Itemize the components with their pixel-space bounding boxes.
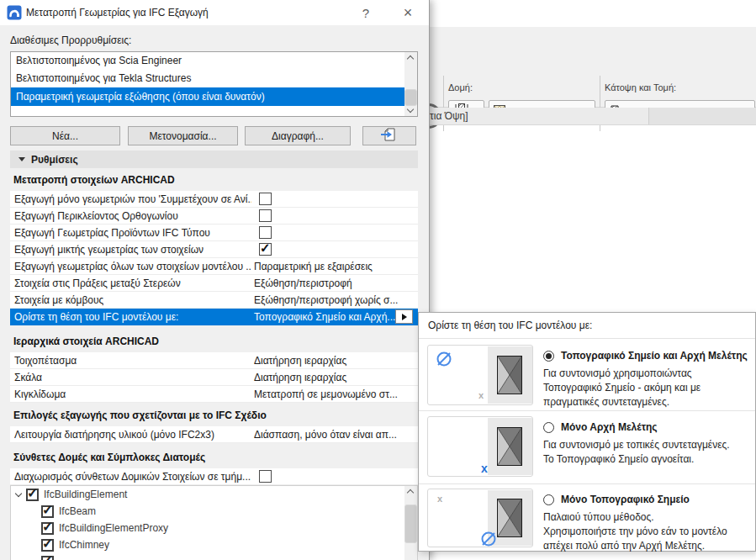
checkbox[interactable] [259, 470, 272, 483]
tree-label: IfcChimney [59, 539, 109, 551]
setting-label: Σκάλα [14, 372, 42, 383]
scrollbar-down-icon[interactable] [407, 106, 414, 113]
setting-row[interactable]: Τοιχοπέτασμα Διατήρηση ιεραρχίας [10, 352, 418, 369]
section-header-hierarchical: Ιεραρχικά στοιχεία ARCHICAD [13, 335, 159, 347]
tree-checkbox[interactable] [26, 489, 39, 501]
composite-rows: Διαχωρισμός σύνθετων Δομικών Στοιχείων σ… [10, 468, 418, 485]
setting-label: Εξαγωγή Περικλείοντος Ορθογωνίου [14, 210, 178, 222]
delete-preset-button[interactable]: Διαγραφή... [245, 126, 351, 145]
settings-collapse-header[interactable]: Ρυθμίσεις [10, 151, 418, 168]
setting-value[interactable]: Μετατροπή σε μεμονωμένο στ... [254, 388, 398, 400]
setting-row[interactable]: Κιγκλίδωμα Μετατροπή σε μεμονωμένο στ... [10, 386, 418, 403]
preset-item[interactable]: Βελτιστοποιημένος για Tekla Structures [11, 70, 405, 87]
tree-item-partial[interactable] [11, 553, 417, 560]
scrollbar-up-icon[interactable] [407, 489, 414, 496]
option-origin-only[interactable]: x Μόνο Αρχή Μελέτης Για συντονισμό με το… [419, 410, 755, 483]
scrollbar-thumb[interactable] [404, 505, 417, 543]
checkbox[interactable] [259, 226, 272, 239]
setting-label: Λειτουργία διατήρησης υλικού (μόνο IFC2x… [14, 429, 214, 441]
setting-row[interactable]: Εξαγωγή γεωμετρίας όλων των στοιχείων μο… [10, 258, 418, 275]
setting-row[interactable]: Διαχωρισμός σύνθετων Δομικών Στοιχείων σ… [10, 468, 418, 485]
section-header-ifc-scheme: Επιλογές εξαγωγής που σχετίζονται με το … [13, 409, 267, 421]
setting-value[interactable]: Παραμετρική με εξαιρέσεις [254, 261, 373, 272]
tab-bar-right-segment [648, 108, 756, 124]
model-position-flyout: Ορίστε τη θέση του IFC μοντέλου με: [418, 312, 756, 552]
close-icon[interactable]: × [395, 3, 420, 22]
tree-label: IfcBeam [59, 505, 96, 517]
radio[interactable] [543, 351, 554, 362]
checkbox[interactable] [259, 243, 272, 256]
setting-value[interactable]: Διάσπαση, μόνο όταν είναι απ... [254, 429, 397, 441]
setting-row[interactable]: Εξαγωγή μόνο γεωμετριών που 'Συμμετέχουν… [10, 191, 418, 208]
preset-item[interactable]: Παραμετρική γεωμετρία εξώθησης (όπου είν… [11, 87, 405, 106]
tree-expand-icon[interactable] [15, 490, 22, 497]
setting-value[interactable]: Διατήρηση ιεραρχίας [254, 372, 346, 383]
building-icon [497, 499, 522, 540]
setting-row[interactable]: Στοιχεία με κόμβους Εξώθηση/περιστροφή χ… [10, 292, 418, 309]
setting-value[interactable]: Τοπογραφικό Σημείο και Αρχή... [254, 311, 395, 323]
setting-row[interactable]: Στοιχεία στις Πράξεις μεταξύ Στερεών Εξώ… [10, 275, 418, 292]
checkbox[interactable] [259, 193, 272, 205]
setting-label: Εξαγωγή μικτής γεωμετρίας των στοιχείων [14, 244, 204, 256]
scrollbar-thumb[interactable] [404, 89, 417, 106]
setting-label: Τοιχοπέτασμα [14, 355, 77, 367]
checkbox[interactable] [259, 209, 272, 222]
tree-item[interactable]: IfcBeam [11, 503, 417, 520]
setting-row[interactable]: Εξαγωγή Περικλείοντος Ορθογωνίου [10, 208, 418, 225]
preset-list-scrollbar[interactable] [404, 52, 417, 116]
tree-item[interactable]: IfcChimney [11, 536, 417, 553]
setting-value[interactable]: Εξώθηση/περιστροφή [254, 277, 352, 289]
tree-checkbox[interactable] [41, 556, 54, 560]
tree-label: IfcBuildingElementProxy [59, 522, 168, 534]
setting-label: Ορίστε τη θέση του IFC μοντέλου με: [14, 311, 178, 323]
conversion-checkbox-rows: Εξαγωγή μόνο γεωμετριών που 'Συμμετέχουν… [10, 191, 418, 258]
option-description: Για συντονισμό με τοπικές συντεταγμένες.… [543, 438, 730, 467]
flyout-header: Ορίστε τη θέση του IFC μοντέλου με: [428, 320, 592, 331]
setting-value[interactable]: Εξώθηση/περιστροφή χωρίς σ... [254, 294, 398, 306]
import-preset-icon [380, 127, 399, 145]
geometry-conversion-dialog: Μετατροπή Γεωμετρίας για IFC Εξαγωγή ? ×… [0, 0, 430, 560]
help-icon[interactable]: ? [353, 3, 378, 22]
tree-scrollbar[interactable] [404, 486, 417, 560]
option-title: Μόνο Αρχή Μελέτης [561, 421, 658, 433]
archicad-logo-icon [7, 5, 22, 23]
active-view-tab[interactable]: τια Όψη] [430, 110, 468, 122]
origin-x-marker: x [478, 391, 484, 400]
option-survey-point-only[interactable]: x Μόνο Τοπογραφικό Σημείο Παλαιού τύπου … [419, 483, 755, 552]
option-description: Παλαιού τύπου μέθοδος. Χρησιμοποιήστε τη… [543, 510, 727, 553]
flyout-open-button[interactable] [395, 309, 413, 324]
setting-row[interactable]: Εξαγωγή Γεωμετρίας Προϊόντων IFC Τύπου [10, 225, 418, 241]
radio[interactable] [543, 494, 554, 505]
rename-preset-button[interactable]: Μετονομασία... [128, 126, 238, 145]
tree-item[interactable]: IfcBuildingElementProxy [11, 520, 417, 536]
setting-row[interactable]: Εξαγωγή μικτής γεωμετρίας των στοιχείων [10, 241, 418, 258]
import-preset-button[interactable] [362, 126, 416, 145]
structure-group-label: Δομή: [448, 82, 473, 92]
scrollbar-up-icon[interactable] [407, 55, 414, 62]
tree-item[interactable]: IfcBuildingElement [11, 486, 417, 503]
setting-value[interactable]: Διατήρηση ιεραρχίας [254, 355, 346, 367]
setting-row[interactable]: Σκάλα Διατήρηση ιεραρχίας [10, 369, 418, 386]
survey-point-icon [435, 350, 453, 371]
conversion-value-rows: Εξαγωγή γεωμετρίας όλων των στοιχείων μο… [10, 258, 418, 325]
tree-checkbox[interactable] [41, 505, 54, 518]
setting-label: Εξαγωγή γεωμετρίας όλων των στοιχείων μο… [14, 261, 251, 272]
section-header-composite: Σύνθετες Δομές και Σύμπλοκες Διατομές [13, 452, 205, 463]
option-survey-point-and-origin[interactable]: x Τοπογραφικό Σημείο και Αρχή Μελέτης Γι… [419, 339, 755, 410]
setting-label: Στοιχεία στις Πράξεις μεταξύ Στερεών [14, 277, 181, 289]
new-preset-button[interactable]: Νέα... [10, 126, 120, 145]
preset-item[interactable]: Βελτιστοποιημένος για Scia Engineer [11, 52, 405, 70]
radio[interactable] [543, 422, 554, 433]
preset-list: Βελτιστοποιημένος για Scia Engineer Βελτ… [10, 51, 418, 117]
setting-label: Εξαγωγή Γεωμετρίας Προϊόντων IFC Τύπου [14, 227, 210, 239]
survey-point-icon [479, 530, 498, 551]
plan-section-group-label: Κάτοψη και Τομή: [605, 82, 676, 92]
setting-row-model-position[interactable]: Ορίστε τη θέση του IFC μοντέλου με: Τοπο… [10, 309, 418, 325]
tree-checkbox[interactable] [41, 522, 54, 535]
tree-checkbox[interactable] [41, 539, 54, 552]
dialog-titlebar[interactable]: Μετατροπή Γεωμετρίας για IFC Εξαγωγή ? × [0, 0, 429, 25]
setting-row[interactable]: Λειτουργία διατήρησης υλικού (μόνο IFC2x… [10, 426, 418, 443]
option-thumbnail: x [427, 345, 533, 405]
setting-label: Εξαγωγή μόνο γεωμετριών που 'Συμμετέχουν… [14, 193, 251, 205]
presets-label: Διαθέσιμες Προρρυθμίσεις: [10, 34, 131, 46]
